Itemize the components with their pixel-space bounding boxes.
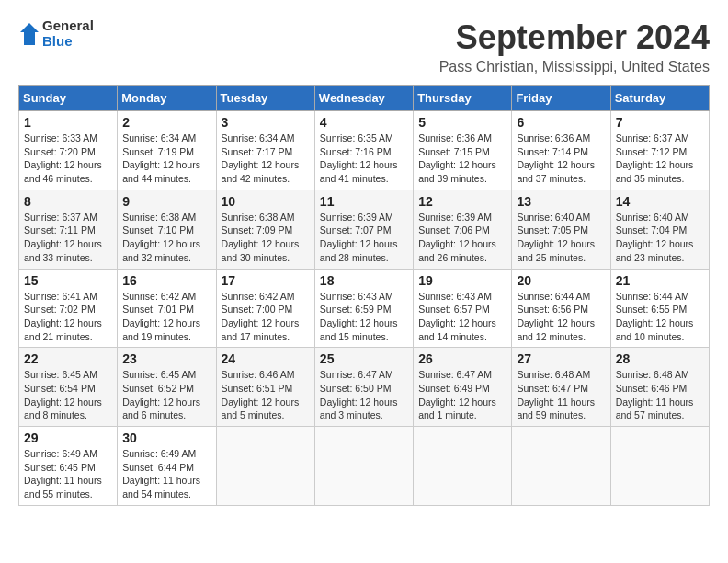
day-number: 1 (24, 115, 112, 130)
day-info: Sunrise: 6:41 AM Sunset: 7:02 PM Dayligh… (24, 290, 112, 344)
logo-line1: General (42, 18, 94, 34)
day-info: Sunrise: 6:37 AM Sunset: 7:12 PM Dayligh… (616, 132, 704, 186)
day-info: Sunrise: 6:33 AM Sunset: 7:20 PM Dayligh… (24, 132, 112, 186)
day-info: Sunrise: 6:39 AM Sunset: 7:06 PM Dayligh… (418, 211, 506, 265)
calendar-cell: 24 Sunrise: 6:46 AM Sunset: 6:51 PM Dayl… (216, 348, 314, 427)
day-info: Sunrise: 6:40 AM Sunset: 7:04 PM Dayligh… (616, 211, 704, 265)
calendar-week-row: 8 Sunrise: 6:37 AM Sunset: 7:11 PM Dayli… (19, 190, 710, 269)
day-number: 15 (24, 273, 112, 288)
calendar-cell: 22 Sunrise: 6:45 AM Sunset: 6:54 PM Dayl… (19, 348, 118, 427)
calendar-table: SundayMondayTuesdayWednesdayThursdayFrid… (18, 85, 710, 506)
day-info: Sunrise: 6:49 AM Sunset: 6:44 PM Dayligh… (122, 447, 210, 501)
calendar-cell: 6 Sunrise: 6:36 AM Sunset: 7:14 PM Dayli… (512, 111, 610, 190)
day-info: Sunrise: 6:34 AM Sunset: 7:19 PM Dayligh… (122, 132, 210, 186)
day-number: 2 (122, 115, 210, 130)
day-number: 3 (222, 115, 310, 130)
calendar-cell: 13 Sunrise: 6:40 AM Sunset: 7:05 PM Dayl… (512, 190, 610, 269)
day-info: Sunrise: 6:48 AM Sunset: 6:47 PM Dayligh… (517, 368, 605, 422)
day-info: Sunrise: 6:44 AM Sunset: 6:55 PM Dayligh… (616, 290, 704, 344)
day-number: 22 (24, 351, 112, 366)
calendar-cell: 3 Sunrise: 6:34 AM Sunset: 7:17 PM Dayli… (216, 111, 314, 190)
day-info: Sunrise: 6:46 AM Sunset: 6:51 PM Dayligh… (222, 368, 310, 422)
day-number: 18 (320, 273, 408, 288)
day-number: 23 (122, 351, 210, 366)
calendar-cell: 9 Sunrise: 6:38 AM Sunset: 7:10 PM Dayli… (118, 190, 216, 269)
calendar-cell: 8 Sunrise: 6:37 AM Sunset: 7:11 PM Dayli… (19, 190, 118, 269)
calendar-cell: 21 Sunrise: 6:44 AM Sunset: 6:55 PM Dayl… (610, 269, 709, 348)
month-title: September 2024 (439, 18, 710, 57)
day-number: 7 (616, 115, 704, 130)
day-info: Sunrise: 6:43 AM Sunset: 6:59 PM Dayligh… (320, 290, 408, 344)
day-number: 8 (24, 194, 112, 209)
day-info: Sunrise: 6:37 AM Sunset: 7:11 PM Dayligh… (24, 211, 112, 265)
calendar-cell: 5 Sunrise: 6:36 AM Sunset: 7:15 PM Dayli… (414, 111, 512, 190)
day-info: Sunrise: 6:35 AM Sunset: 7:16 PM Dayligh… (320, 132, 408, 186)
calendar-cell: 18 Sunrise: 6:43 AM Sunset: 6:59 PM Dayl… (314, 269, 413, 348)
day-info: Sunrise: 6:38 AM Sunset: 7:09 PM Dayligh… (222, 211, 310, 265)
day-number: 9 (122, 194, 210, 209)
day-number: 17 (222, 273, 310, 288)
weekday-header-tuesday: Tuesday (216, 86, 314, 111)
day-number: 21 (616, 273, 704, 288)
day-number: 29 (24, 431, 112, 445)
weekday-header-thursday: Thursday (414, 86, 512, 111)
calendar-cell: 19 Sunrise: 6:43 AM Sunset: 6:57 PM Dayl… (414, 269, 512, 348)
weekday-header-saturday: Saturday (610, 86, 709, 111)
calendar-cell: 26 Sunrise: 6:47 AM Sunset: 6:49 PM Dayl… (414, 348, 512, 427)
svg-marker-0 (20, 23, 39, 45)
day-info: Sunrise: 6:39 AM Sunset: 7:07 PM Dayligh… (320, 211, 408, 265)
day-number: 26 (418, 351, 506, 366)
calendar-cell (414, 427, 512, 506)
calendar-cell: 29 Sunrise: 6:49 AM Sunset: 6:45 PM Dayl… (19, 427, 118, 506)
day-info: Sunrise: 6:44 AM Sunset: 6:56 PM Dayligh… (517, 290, 605, 344)
calendar-cell: 15 Sunrise: 6:41 AM Sunset: 7:02 PM Dayl… (19, 269, 118, 348)
day-info: Sunrise: 6:43 AM Sunset: 6:57 PM Dayligh… (418, 290, 506, 344)
calendar-cell: 23 Sunrise: 6:45 AM Sunset: 6:52 PM Dayl… (118, 348, 216, 427)
calendar-cell: 12 Sunrise: 6:39 AM Sunset: 7:06 PM Dayl… (414, 190, 512, 269)
calendar-cell: 11 Sunrise: 6:39 AM Sunset: 7:07 PM Dayl… (314, 190, 413, 269)
calendar-cell (216, 427, 314, 506)
calendar-cell: 20 Sunrise: 6:44 AM Sunset: 6:56 PM Dayl… (512, 269, 610, 348)
day-info: Sunrise: 6:36 AM Sunset: 7:14 PM Dayligh… (517, 132, 605, 186)
logo-container: General Blue (18, 18, 94, 49)
calendar-cell: 14 Sunrise: 6:40 AM Sunset: 7:04 PM Dayl… (610, 190, 709, 269)
day-number: 16 (122, 273, 210, 288)
calendar-cell: 7 Sunrise: 6:37 AM Sunset: 7:12 PM Dayli… (610, 111, 709, 190)
calendar-cell (512, 427, 610, 506)
calendar-week-row: 22 Sunrise: 6:45 AM Sunset: 6:54 PM Dayl… (19, 348, 710, 427)
day-number: 6 (517, 115, 605, 130)
calendar-cell: 27 Sunrise: 6:48 AM Sunset: 6:47 PM Dayl… (512, 348, 610, 427)
weekday-header-wednesday: Wednesday (314, 86, 413, 111)
title-area: September 2024 Pass Christian, Mississip… (439, 18, 710, 75)
day-number: 20 (517, 273, 605, 288)
weekday-header-row: SundayMondayTuesdayWednesdayThursdayFrid… (19, 86, 710, 111)
calendar-cell: 2 Sunrise: 6:34 AM Sunset: 7:19 PM Dayli… (118, 111, 216, 190)
day-number: 27 (517, 351, 605, 366)
day-info: Sunrise: 6:45 AM Sunset: 6:54 PM Dayligh… (24, 368, 112, 422)
day-number: 13 (517, 194, 605, 209)
day-info: Sunrise: 6:42 AM Sunset: 7:01 PM Dayligh… (122, 290, 210, 344)
calendar-week-row: 29 Sunrise: 6:49 AM Sunset: 6:45 PM Dayl… (19, 427, 710, 506)
day-info: Sunrise: 6:47 AM Sunset: 6:50 PM Dayligh… (320, 368, 408, 422)
day-number: 12 (418, 194, 506, 209)
calendar-cell (314, 427, 413, 506)
day-number: 28 (616, 351, 704, 366)
calendar-cell: 25 Sunrise: 6:47 AM Sunset: 6:50 PM Dayl… (314, 348, 413, 427)
day-info: Sunrise: 6:45 AM Sunset: 6:52 PM Dayligh… (122, 368, 210, 422)
day-number: 11 (320, 194, 408, 209)
calendar-week-row: 15 Sunrise: 6:41 AM Sunset: 7:02 PM Dayl… (19, 269, 710, 348)
day-number: 14 (616, 194, 704, 209)
day-info: Sunrise: 6:38 AM Sunset: 7:10 PM Dayligh… (122, 211, 210, 265)
day-info: Sunrise: 6:40 AM Sunset: 7:05 PM Dayligh… (517, 211, 605, 265)
day-number: 24 (222, 351, 310, 366)
day-info: Sunrise: 6:34 AM Sunset: 7:17 PM Dayligh… (222, 132, 310, 186)
day-info: Sunrise: 6:42 AM Sunset: 7:00 PM Dayligh… (222, 290, 310, 344)
calendar-cell: 1 Sunrise: 6:33 AM Sunset: 7:20 PM Dayli… (19, 111, 118, 190)
day-info: Sunrise: 6:48 AM Sunset: 6:46 PM Dayligh… (616, 368, 704, 422)
logo: General Blue (18, 18, 94, 49)
day-info: Sunrise: 6:49 AM Sunset: 6:45 PM Dayligh… (24, 447, 112, 501)
location-title: Pass Christian, Mississippi, United Stat… (439, 59, 710, 75)
weekday-header-friday: Friday (512, 86, 610, 111)
day-number: 19 (418, 273, 506, 288)
calendar-cell: 10 Sunrise: 6:38 AM Sunset: 7:09 PM Dayl… (216, 190, 314, 269)
